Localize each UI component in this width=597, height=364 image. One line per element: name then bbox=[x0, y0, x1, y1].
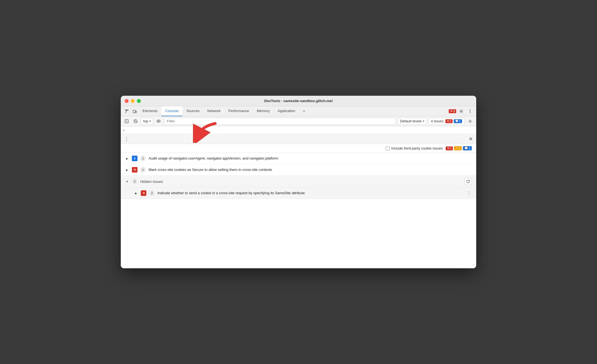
third-party-checkbox[interactable] bbox=[386, 146, 390, 150]
hidden-issues-section: ▼ 2 Hidden issues bbox=[121, 176, 476, 188]
log-level-selector[interactable]: Default levels ▾ bbox=[398, 118, 427, 125]
tab-sources[interactable]: Sources bbox=[182, 106, 204, 116]
svg-point-5 bbox=[470, 111, 471, 112]
toolbar-row: > top ▾ Default levels ▾ bbox=[121, 116, 476, 126]
tab-performance[interactable]: Performance bbox=[224, 106, 253, 116]
main-content: › ⋮ ✕ Include third-party cookie issues … bbox=[121, 126, 476, 268]
close-panel-icon[interactable]: ✕ bbox=[469, 136, 473, 142]
issues-badge[interactable]: 4 Issues: ✕ 3 💬 1 bbox=[428, 118, 465, 125]
breadcrumb-bar: › bbox=[121, 126, 476, 134]
svg-line-10 bbox=[134, 120, 137, 122]
tabs-row: Elements Console Sources Network Perform… bbox=[121, 106, 476, 116]
svg-point-11 bbox=[158, 121, 159, 122]
error-count-badge: ✕ 3 bbox=[449, 109, 456, 113]
error-type-icon: ✕ bbox=[141, 190, 146, 196]
execute-script-icon[interactable]: > bbox=[123, 118, 130, 125]
svg-rect-0 bbox=[125, 110, 129, 110]
hidden-sub-issue-row[interactable]: ▶ ✕ 2 Indicate whether to send a cookie … bbox=[121, 188, 476, 199]
sub-issue-more-icon[interactable]: ⋮ bbox=[466, 190, 472, 196]
expand-row-icon[interactable]: ▶ bbox=[125, 168, 129, 172]
info-issues-count: 💬 1 bbox=[454, 119, 462, 123]
third-party-row: Include third-party cookie issues ✕ 3 ⚠ … bbox=[121, 144, 476, 153]
console-settings-icon[interactable] bbox=[466, 117, 474, 125]
close-button[interactable] bbox=[125, 99, 129, 103]
block-icon[interactable] bbox=[132, 118, 139, 125]
svg-rect-13 bbox=[134, 158, 135, 160]
issue-text: Indicate whether to send a cookie in a c… bbox=[157, 191, 463, 196]
error-issues-count: ✕ 3 bbox=[445, 119, 453, 123]
issue-text: Audit usage of navigator.userAgent, navi… bbox=[149, 156, 472, 161]
more-options-icon[interactable] bbox=[466, 107, 474, 115]
svg-point-12 bbox=[470, 121, 471, 122]
error-type-icon: ✕ bbox=[132, 167, 137, 173]
svg-rect-1 bbox=[133, 110, 135, 113]
title-bar: DevTools - samesite-sandbox.glitch.me/ bbox=[121, 96, 476, 106]
expand-hidden-icon[interactable]: ▼ bbox=[125, 180, 129, 183]
info-type-icon bbox=[132, 156, 137, 161]
issue-count: 1 bbox=[140, 156, 146, 161]
context-selector[interactable]: top ▾ bbox=[141, 118, 153, 125]
expand-chevron-icon[interactable]: › bbox=[123, 128, 124, 133]
issue-row[interactable]: ▶ 1 Audit usage of navigator.userAgent, … bbox=[121, 153, 476, 164]
tabs-right: ✕ 3 bbox=[449, 107, 474, 115]
eye-icon[interactable] bbox=[155, 118, 162, 125]
issue-text: Mark cross-site cookies as Secure to all… bbox=[149, 167, 472, 172]
issue-count-badges: ✕ 3 ⚠ 0 💬 1 bbox=[446, 146, 472, 150]
issues-panel-topbar: ⋮ ✕ bbox=[121, 134, 476, 144]
issue-count: 1 bbox=[140, 167, 146, 173]
svg-point-4 bbox=[470, 109, 471, 110]
tab-network[interactable]: Network bbox=[204, 106, 225, 116]
svg-rect-2 bbox=[136, 111, 137, 113]
chevron-down-icon: ▾ bbox=[423, 120, 424, 123]
maximize-button[interactable] bbox=[137, 99, 141, 103]
tab-more[interactable]: » bbox=[299, 106, 309, 116]
tab-memory[interactable]: Memory bbox=[253, 106, 274, 116]
svg-point-14 bbox=[134, 157, 135, 158]
issue-row[interactable]: ▶ ✕ 1 Mark cross-site cookies as Secure … bbox=[121, 164, 476, 176]
empty-area bbox=[121, 199, 476, 268]
minimize-button[interactable] bbox=[131, 99, 135, 103]
error-count-badge: ✕ 3 bbox=[446, 146, 453, 150]
hidden-issues-label: Hidden issues bbox=[140, 180, 462, 184]
svg-text:>: > bbox=[126, 120, 127, 123]
tab-console[interactable]: Console bbox=[161, 106, 182, 116]
info-count-badge: 💬 1 bbox=[463, 146, 472, 150]
settings-icon[interactable] bbox=[457, 107, 465, 115]
window-title: DevTools - samesite-sandbox.glitch.me/ bbox=[264, 99, 333, 103]
filter-input[interactable] bbox=[164, 118, 396, 125]
chevron-down-icon: ▾ bbox=[149, 120, 151, 123]
device-toolbar-icon[interactable] bbox=[131, 107, 139, 115]
svg-point-3 bbox=[461, 110, 462, 112]
refresh-hidden-issues-button[interactable] bbox=[465, 178, 472, 185]
tab-application[interactable]: Application bbox=[274, 106, 299, 116]
traffic-lights bbox=[125, 99, 141, 103]
expand-sub-icon[interactable]: ▶ bbox=[134, 191, 138, 195]
third-party-checkbox-label[interactable]: Include third-party cookie issues bbox=[386, 146, 443, 150]
expand-row-icon[interactable]: ▶ bbox=[125, 156, 129, 160]
svg-point-6 bbox=[470, 112, 471, 113]
warning-count-badge: ⚠ 0 bbox=[454, 146, 462, 150]
inspect-icon[interactable] bbox=[123, 107, 131, 115]
issue-count: 2 bbox=[149, 190, 155, 196]
issue-panel-more-icon[interactable]: ⋮ bbox=[124, 136, 129, 141]
tab-elements[interactable]: Elements bbox=[139, 106, 161, 116]
hidden-issue-count: 2 bbox=[132, 179, 137, 184]
